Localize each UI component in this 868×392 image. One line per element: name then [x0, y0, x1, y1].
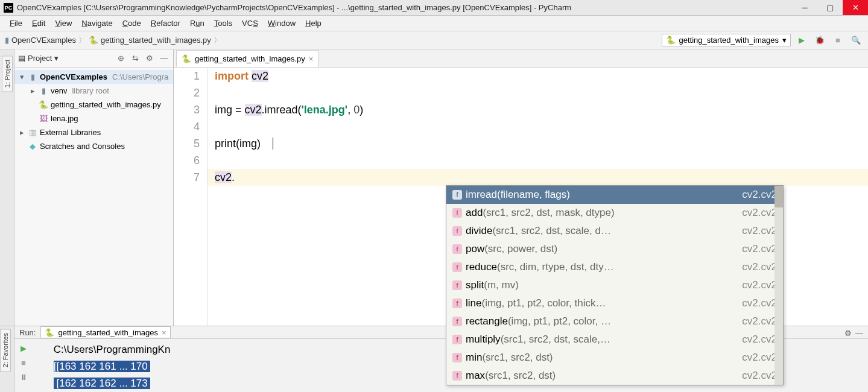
menu-run[interactable]: Run [185, 16, 209, 31]
python-file-icon: 🐍 [39, 100, 48, 109]
menu-edit[interactable]: Edit [27, 16, 50, 31]
run-left-stripe: 2: Favorites [0, 326, 14, 392]
scrollbar-thumb[interactable] [775, 186, 783, 207]
python-file-icon: 🐍 [89, 36, 98, 45]
function-icon: f [452, 317, 462, 326]
chevron-down-icon: ▾ [54, 54, 59, 63]
breadcrumb-project-label: OpenCVExamples [11, 36, 76, 45]
run-side-buttons: ▶ ■ ⏸ [14, 339, 51, 392]
minimize-button[interactable]: ─ [792, 0, 817, 15]
menu-file[interactable]: File [5, 16, 27, 31]
rerun-button[interactable]: ▶ [17, 341, 30, 355]
tree-external-libs[interactable]: ▸ ▥ External Libraries [14, 125, 173, 139]
expand-icon[interactable]: ▸ [18, 128, 25, 137]
menu-help[interactable]: Help [300, 16, 326, 31]
folder-icon: ▮ [28, 72, 37, 81]
python-file-icon: 🐍 [45, 328, 54, 337]
menu-tools[interactable]: Tools [209, 16, 237, 31]
run-config-selector[interactable]: 🐍 getting_started_with_images ▾ [662, 34, 791, 46]
autocomplete-item[interactable]: frectangle(img, pt1, pt2, color, …cv2.cv… [446, 312, 783, 330]
navbar: ▮ OpenCVExamples 〉 🐍 getting_started_wit… [0, 31, 868, 49]
menu-vcs[interactable]: VCS [237, 16, 263, 31]
pause-button[interactable]: ⏸ [17, 370, 30, 384]
breadcrumb-file-label: getting_started_with_images.py [101, 36, 211, 45]
hide-icon[interactable]: — [159, 54, 169, 63]
debug-button[interactable]: 🐞 [813, 33, 827, 48]
run-label: Run: [19, 328, 36, 337]
gear-icon[interactable]: ⚙ [144, 54, 155, 63]
tree-venv[interactable]: ▸ ▮ venv library root [14, 84, 173, 98]
autocomplete-item[interactable]: fpow(src, power, dst)cv2.cv2 [446, 240, 783, 258]
function-icon: f [452, 262, 462, 272]
run-button[interactable]: ▶ [794, 33, 809, 48]
autocomplete-item[interactable]: fmin(src1, src2, dst)cv2.cv2 [446, 349, 783, 367]
menu-code[interactable]: Code [118, 16, 146, 31]
tree-file-image[interactable]: 🖼 lena.jpg [14, 112, 173, 125]
autocomplete-item[interactable]: fimread(filename, flags)cv2.cv2 [446, 186, 783, 204]
autocomplete-item[interactable]: freduce(src, dim, rtype, dst, dty…cv2.cv… [446, 258, 783, 276]
function-icon: f [452, 226, 462, 236]
close-tab-icon[interactable]: × [309, 54, 314, 63]
project-icon: ▤ [18, 54, 25, 63]
autocomplete-item[interactable]: fsplit(m, mv)cv2.cv2 [446, 276, 783, 294]
collapse-icon[interactable]: ⇆ [130, 54, 141, 63]
text-cursor [273, 138, 273, 150]
autocomplete-item[interactable]: fline(img, pt1, pt2, color, thick…cv2.cv… [446, 294, 783, 312]
folder-icon: ▮ [5, 36, 9, 45]
toolbar-right: 🐍 getting_started_with_images ▾ ▶ 🐞 ■ 🔍 [662, 33, 864, 48]
gear-icon[interactable]: ⚙ [844, 329, 852, 338]
stripe-favorites[interactable]: 2: Favorites [0, 329, 11, 371]
autocomplete-item[interactable]: fmultiply(src1, src2, dst, scale,…cv2.cv… [446, 330, 783, 349]
breadcrumb-file[interactable]: 🐍 getting_started_with_images.py 〉 [89, 35, 221, 46]
editor-tab[interactable]: 🐍 getting_started_with_images.py × [176, 50, 318, 67]
popup-scrollbar[interactable] [775, 186, 783, 385]
autocomplete-item[interactable]: fadd(src1, src2, dst, mask, dtype)cv2.cv… [446, 204, 783, 222]
chevron-down-icon: ▾ [782, 36, 787, 45]
window-title: OpenCVExamples [C:\Users\ProgrammingKnow… [17, 3, 792, 12]
app-icon: PC [4, 3, 13, 13]
close-button[interactable]: ✕ [843, 0, 868, 15]
stop-run-button[interactable]: ■ [17, 356, 30, 369]
stop-button[interactable]: ■ [831, 33, 845, 48]
stripe-project[interactable]: 1: Project [2, 55, 13, 92]
expand-icon[interactable]: ▾ [18, 72, 25, 81]
expand-icon[interactable]: ▸ [29, 86, 36, 95]
run-tab[interactable]: 🐍 getting_started_with_images × [40, 326, 170, 338]
titlebar: PC OpenCVExamples [C:\Users\ProgrammingK… [0, 0, 868, 16]
project-panel-title[interactable]: ▤ Project ▾ [18, 54, 59, 63]
function-icon: f [452, 208, 462, 218]
run-config-label: getting_started_with_images [679, 36, 779, 45]
menu-navigate[interactable]: Navigate [77, 16, 117, 31]
folder-icon: ▮ [39, 86, 48, 95]
autocomplete-popup: fimread(filename, flags)cv2.cv2fadd(src1… [446, 185, 784, 385]
tree-scratches[interactable]: ◆ Scratches and Consoles [14, 139, 173, 153]
menu-refactor[interactable]: Refactor [146, 16, 185, 31]
editor-tabbar: 🐍 getting_started_with_images.py × [174, 49, 868, 68]
python-file-icon: 🐍 [666, 36, 676, 45]
menu-view[interactable]: View [50, 16, 77, 31]
autocomplete-item[interactable]: fdivide(src1, src2, dst, scale, d…cv2.cv… [446, 222, 783, 240]
breadcrumb: ▮ OpenCVExamples 〉 🐍 getting_started_wit… [5, 35, 662, 46]
function-icon: f [452, 280, 462, 290]
python-file-icon: 🐍 [182, 54, 191, 63]
run-header-actions: ⚙ — [844, 329, 863, 338]
function-icon: f [452, 353, 462, 362]
breadcrumb-project[interactable]: ▮ OpenCVExamples 〉 [5, 35, 86, 46]
chevron-right-icon: 〉 [78, 35, 86, 46]
function-icon: f [452, 244, 462, 254]
maximize-button[interactable]: ▢ [817, 0, 843, 15]
project-panel-header: ▤ Project ▾ ⊕ ⇆ ⚙ — [14, 49, 173, 68]
search-everywhere-button[interactable]: 🔍 [849, 33, 863, 48]
tree-file-py[interactable]: 🐍 getting_started_with_images.py [14, 98, 173, 112]
tree-root[interactable]: ▾ ▮ OpenCVExamples C:\Users\Progra [14, 70, 173, 84]
function-icon: f [452, 299, 462, 308]
close-run-tab-icon[interactable]: × [162, 328, 166, 337]
hide-icon[interactable]: — [855, 329, 863, 338]
function-icon: f [452, 371, 462, 381]
scratch-icon: ◆ [28, 142, 37, 151]
autocomplete-item[interactable]: fmax(src1, src2, dst)cv2.cv2 [446, 367, 783, 385]
locate-icon[interactable]: ⊕ [115, 54, 126, 63]
menu-window[interactable]: Window [263, 16, 300, 31]
chevron-right-icon: 〉 [214, 35, 221, 46]
function-icon: f [452, 190, 462, 200]
